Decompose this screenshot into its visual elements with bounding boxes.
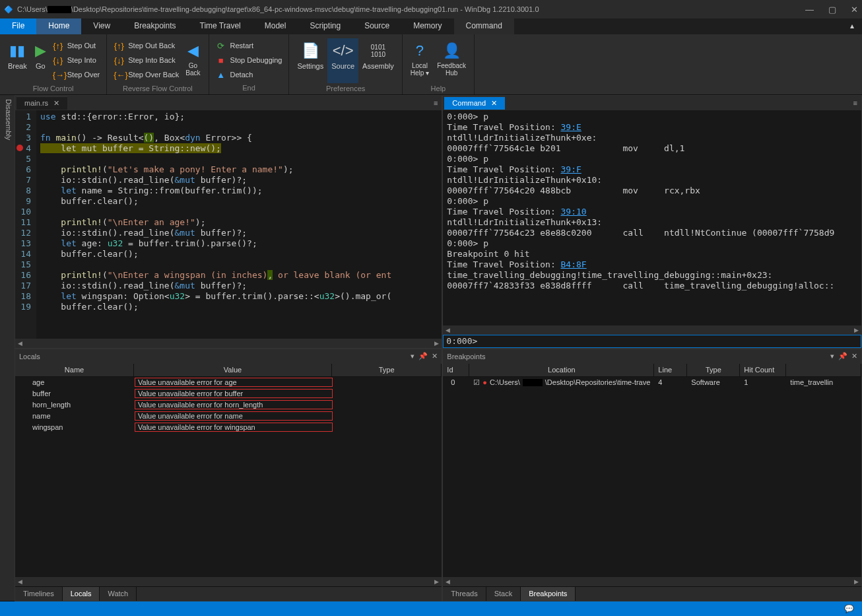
table-row[interactable]: 0☑●C:\Users\\Desktop\Repositories\time-t…	[443, 377, 861, 388]
pin-icon[interactable]: 📌	[838, 352, 847, 360]
breakpoint-dot-icon: ●	[482, 378, 487, 386]
table-row[interactable]: wingspanValue unavailable error for wing…	[15, 422, 442, 433]
maximize-button[interactable]: ▢	[828, 5, 836, 15]
code-editor[interactable]: 12345678910111213141516171819 use std::{…	[15, 110, 442, 339]
close-button[interactable]: ✕	[851, 5, 858, 15]
go-back-button[interactable]: ◀GoBack	[182, 38, 204, 83]
editor-hscroll[interactable]: ◀▶	[15, 339, 442, 348]
locals-header[interactable]: Name Value Type	[15, 364, 442, 377]
command-prompt: 0:000>	[446, 336, 477, 346]
close-pane-icon[interactable]: ✕	[851, 352, 857, 360]
break-button[interactable]: ▮▮Break	[4, 38, 31, 83]
workspace: Disassembly Registers Memory 0 main.rs✕ …	[0, 95, 862, 601]
bottom-tab-timelines[interactable]: Timelines	[15, 587, 63, 601]
app-icon: 🔷	[4, 5, 13, 14]
ribbon-collapse-icon[interactable]: ▴	[842, 18, 862, 34]
close-tab-icon[interactable]: ✕	[491, 99, 497, 108]
ribbon-group-pref-label: Preferences	[293, 83, 397, 94]
stop-debugging-button[interactable]: ■Stop Debugging	[213, 53, 285, 67]
redacted-user	[48, 6, 71, 13]
step-out-button[interactable]: {↑}Step Out	[50, 38, 103, 53]
breakpoints-hscroll[interactable]: ◀▶	[443, 577, 861, 586]
step-into-button[interactable]: {↓}Step Into	[50, 53, 103, 67]
menu-time-travel[interactable]: Time Travel	[188, 18, 253, 34]
step-over-back-button[interactable]: {←}Step Over Back	[111, 67, 182, 82]
dropdown-icon[interactable]: ▾	[830, 352, 834, 360]
pin-icon[interactable]: 📌	[418, 352, 428, 360]
table-row[interactable]: ageValue unavailable error for age	[15, 377, 442, 388]
breakpoint-icon[interactable]	[17, 145, 23, 151]
command-input[interactable]	[477, 336, 858, 346]
table-row[interactable]: nameValue unavailable error for name	[15, 411, 442, 422]
title-bar: 🔷 C:\Users\\Desktop\Repositories\time-tr…	[0, 0, 862, 18]
go-button[interactable]: ▶Go	[31, 38, 50, 83]
breakpoints-body[interactable]: 0☑●C:\Users\\Desktop\Repositories\time-t…	[443, 377, 861, 578]
menu-home[interactable]: Home	[36, 18, 81, 34]
checkbox-icon[interactable]: ☑	[473, 378, 480, 387]
source-button[interactable]: </>Source	[327, 38, 358, 83]
assembly-button[interactable]: 01011010Assembly	[358, 38, 398, 83]
editor-file-tab[interactable]: main.rs✕	[17, 96, 67, 110]
left-side-tabs: Disassembly Registers Memory 0	[0, 95, 15, 601]
local-help-button[interactable]: ?LocalHelp ▾	[407, 38, 433, 83]
close-pane-icon[interactable]: ✕	[432, 352, 438, 360]
registers-tab[interactable]: Registers	[0, 95, 3, 601]
table-row[interactable]: horn_lengthValue unavailable error for h…	[15, 399, 442, 411]
command-output[interactable]: 0:000> pTime Travel Position: 39:Entdll!…	[443, 110, 861, 325]
bottom-tab-watch[interactable]: Watch	[100, 587, 137, 601]
close-tab-icon[interactable]: ✕	[53, 99, 59, 108]
step-into-back-button[interactable]: {↓}Step Into Back	[111, 53, 182, 67]
step-over-button[interactable]: {→}Step Over	[50, 67, 103, 82]
pane-menu-icon[interactable]: ≡	[853, 99, 857, 107]
settings-button[interactable]: 📄Settings	[293, 38, 327, 83]
minimize-button[interactable]: —	[805, 5, 814, 15]
disassembly-tab[interactable]: Disassembly	[3, 95, 15, 601]
menu-model[interactable]: Model	[253, 18, 298, 34]
menu-view[interactable]: View	[81, 18, 122, 34]
menu-file[interactable]: File	[0, 18, 36, 34]
menu-breakpoints[interactable]: Breakpoints	[122, 18, 187, 34]
breakpoints-header[interactable]: Id Location Line Type Hit Count	[443, 364, 861, 377]
ribbon-group-flow-label: Flow Control	[4, 83, 102, 94]
bottom-tab-locals[interactable]: Locals	[63, 587, 100, 601]
dropdown-icon[interactable]: ▾	[411, 352, 414, 360]
locals-title: Locals	[19, 353, 40, 360]
command-hscroll[interactable]: ◀▶	[443, 325, 861, 335]
window-title: C:\Users\\Desktop\Repositories\time-trav…	[17, 5, 805, 14]
command-input-row[interactable]: 0:000>	[443, 335, 861, 348]
restart-button[interactable]: ⟳Restart	[213, 38, 285, 53]
menu-memory[interactable]: Memory	[401, 18, 453, 34]
ribbon: ▮▮Break ▶Go {↑}Step Out {↓}Step Into {→}…	[0, 34, 862, 95]
command-pane-tab[interactable]: Command✕	[444, 96, 505, 110]
menu-source[interactable]: Source	[352, 18, 401, 34]
feedback-hub-button[interactable]: 👤FeedbackHub	[433, 38, 470, 83]
feedback-icon[interactable]: 💬	[844, 604, 854, 613]
detach-button[interactable]: ▲Detach	[213, 67, 285, 82]
step-out-back-button[interactable]: {↑}Step Out Back	[111, 38, 182, 53]
bottom-tab-stack[interactable]: Stack	[486, 587, 521, 601]
status-bar: 💬	[0, 601, 862, 616]
pane-menu-icon[interactable]: ≡	[434, 99, 438, 107]
table-row[interactable]: bufferValue unavailable error for buffer	[15, 388, 442, 399]
locals-body[interactable]: ageValue unavailable error for agebuffer…	[15, 377, 442, 578]
menu-command[interactable]: Command	[454, 18, 514, 34]
ribbon-group-help-label: Help	[407, 83, 470, 94]
menu-bar: File Home View Breakpoints Time Travel M…	[0, 18, 862, 34]
bottom-tabs-right: ThreadsStackBreakpoints	[443, 586, 861, 601]
bottom-tab-threads[interactable]: Threads	[443, 587, 486, 601]
bottom-tabs-left: TimelinesLocalsWatch	[15, 586, 442, 601]
menu-scripting[interactable]: Scripting	[298, 18, 352, 34]
ribbon-group-end-label: End	[213, 83, 285, 93]
ribbon-group-rflow-label: Reverse Flow Control	[111, 83, 204, 94]
breakpoints-title: Breakpoints	[447, 353, 485, 360]
locals-hscroll[interactable]: ◀▶	[15, 577, 442, 586]
bottom-tab-breakpoints[interactable]: Breakpoints	[521, 587, 576, 601]
